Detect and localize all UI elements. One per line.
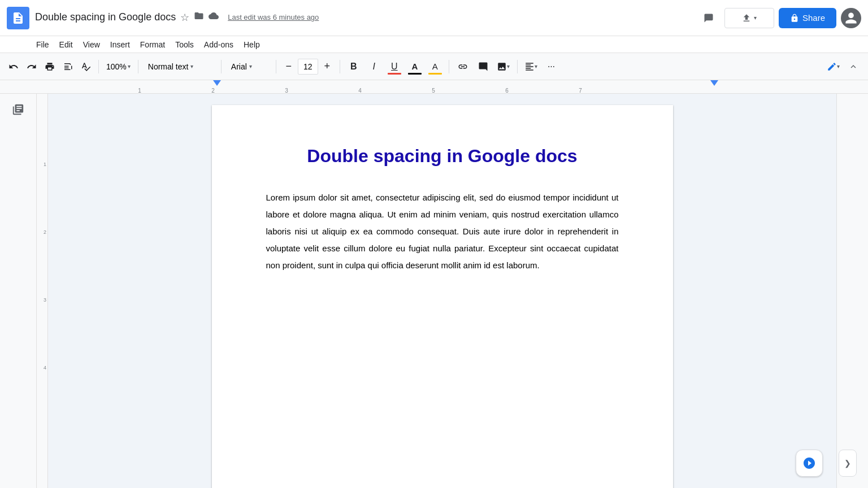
- main-area: 1 2 3 4 Double spacing in Google docs Lo…: [0, 94, 868, 488]
- bold-button[interactable]: B: [345, 58, 363, 76]
- menu-item-add-ons[interactable]: Add-ons: [199, 39, 238, 50]
- paint-format-button[interactable]: [60, 58, 76, 76]
- ai-assistant-button[interactable]: [796, 450, 823, 477]
- underline-label: U: [391, 62, 398, 72]
- title-area: Double spacing in Google docs ☆ Last edi…: [35, 11, 686, 25]
- top-bar: Double spacing in Google docs ☆ Last edi…: [0, 0, 868, 36]
- italic-button[interactable]: I: [365, 58, 383, 76]
- spellcheck-button[interactable]: [78, 58, 94, 76]
- header-actions: ▾ Share: [697, 7, 861, 29]
- highlight-container: A: [426, 58, 444, 76]
- alignment-chevron: ▾: [535, 63, 537, 69]
- edit-mode-actions: ▾: [824, 58, 862, 76]
- ruler-mark-7: 7: [579, 88, 582, 94]
- document-title[interactable]: Double spacing in Google docs: [35, 11, 176, 23]
- alignment-button[interactable]: ▾: [522, 58, 540, 76]
- more-icon: ⋯: [548, 62, 555, 71]
- menu-item-tools[interactable]: Tools: [171, 39, 198, 50]
- menu-items: FileEditViewInsertFormatToolsAdd-onsHelp: [32, 39, 264, 50]
- highlight-color-bar: [428, 73, 442, 75]
- font-chevron: ▾: [249, 63, 252, 69]
- v-ruler-mark-3: 3: [44, 297, 46, 303]
- font-selector[interactable]: Arial ▾: [226, 58, 271, 76]
- collapse-toolbar-button[interactable]: [844, 58, 862, 76]
- text-color-label: A: [411, 62, 418, 71]
- toolbar: 100% ▾ Normal text ▾ Arial ▾ − 12 + B I …: [0, 53, 868, 80]
- menu-item-edit[interactable]: Edit: [55, 39, 77, 50]
- right-sidebar: [836, 94, 868, 488]
- ruler-mark-4: 4: [358, 88, 362, 94]
- v-ruler-mark-2: 2: [44, 229, 46, 235]
- more-options-button[interactable]: ⋯: [542, 58, 561, 76]
- divider-3: [221, 60, 222, 73]
- zoom-value: 100%: [106, 62, 127, 71]
- insert-image-button[interactable]: ▾: [494, 58, 513, 76]
- star-icon[interactable]: ☆: [180, 11, 189, 24]
- v-ruler-mark-4: 4: [44, 365, 46, 371]
- italic-label: I: [373, 62, 375, 72]
- font-size-control: − 12 +: [281, 59, 335, 75]
- ruler-inner: 1 2 3 4 5 6 7: [66, 80, 688, 94]
- document-canvas[interactable]: Double spacing in Google docs Lorem ipsu…: [48, 94, 836, 488]
- redo-button[interactable]: [24, 58, 40, 76]
- menu-item-format[interactable]: Format: [136, 39, 170, 50]
- text-color-bar: [408, 73, 422, 75]
- publish-button[interactable]: ▾: [724, 8, 774, 28]
- folder-icon[interactable]: [194, 11, 204, 24]
- divider-2: [138, 60, 138, 73]
- font-size-increase[interactable]: +: [319, 59, 335, 75]
- horizontal-ruler: 1 2 3 4 5 6 7: [0, 80, 868, 94]
- document-outline-button[interactable]: [8, 99, 28, 120]
- share-button[interactable]: Share: [779, 8, 836, 28]
- vertical-ruler: 1 2 3 4: [37, 94, 48, 488]
- menu-item-file[interactable]: File: [32, 39, 54, 50]
- divider-7: [517, 60, 518, 73]
- left-sidebar: [0, 94, 37, 488]
- zoom-chevron: ▾: [128, 63, 131, 69]
- highlight-label: A: [432, 62, 438, 71]
- right-margin-marker[interactable]: [710, 80, 718, 86]
- cloud-save-icon[interactable]: [209, 11, 219, 24]
- divider-5: [340, 60, 340, 73]
- undo-button[interactable]: [6, 58, 21, 76]
- publish-chevron: ▾: [754, 15, 757, 21]
- edit-mode-chevron: ▾: [837, 63, 840, 69]
- underline-container: U: [385, 58, 403, 76]
- docs-logo: [7, 7, 29, 29]
- text-style-selector[interactable]: Normal text ▾: [143, 58, 216, 76]
- document-body[interactable]: Lorem ipsum dolor sit amet, consectetur …: [266, 189, 619, 274]
- document-heading[interactable]: Double spacing in Google docs: [266, 146, 619, 167]
- insert-link-button[interactable]: [454, 58, 472, 76]
- ruler-mark-1: 1: [138, 88, 141, 94]
- edit-mode-button[interactable]: ▾: [824, 58, 842, 76]
- text-color-container: A: [406, 58, 424, 76]
- print-button[interactable]: [42, 58, 58, 76]
- menu-item-insert[interactable]: Insert: [106, 39, 134, 50]
- menu-item-help[interactable]: Help: [239, 39, 264, 50]
- zoom-selector[interactable]: 100% ▾: [103, 58, 133, 76]
- toggle-icon: ❯: [844, 459, 851, 468]
- divider-4: [276, 60, 276, 73]
- ruler-mark-3: 3: [285, 88, 288, 94]
- ruler-mark-6: 6: [505, 88, 509, 94]
- comments-button[interactable]: [697, 7, 720, 29]
- image-chevron: ▾: [507, 63, 510, 69]
- document-page[interactable]: Double spacing in Google docs Lorem ipsu…: [212, 105, 673, 488]
- insert-comment-button[interactable]: [474, 58, 492, 76]
- font-size-decrease[interactable]: −: [281, 59, 297, 75]
- v-ruler-mark-1: 1: [44, 162, 46, 167]
- menu-row: FileEditViewInsertFormatToolsAdd-onsHelp: [0, 36, 868, 53]
- menu-item-view[interactable]: View: [79, 39, 105, 50]
- font-value: Arial: [231, 62, 247, 71]
- divider-1: [98, 60, 99, 73]
- side-panel-toggle[interactable]: ❯: [839, 450, 857, 477]
- font-size-value[interactable]: 12: [298, 59, 318, 75]
- style-value: Normal text: [148, 62, 189, 71]
- user-avatar[interactable]: [841, 8, 861, 28]
- share-label: Share: [802, 13, 825, 23]
- divider-6: [449, 60, 449, 73]
- ruler-mark-5: 5: [432, 88, 435, 94]
- doc-title-row: Double spacing in Google docs ☆ Last edi…: [35, 11, 686, 24]
- left-margin-marker[interactable]: [213, 80, 221, 86]
- underline-color-bar: [388, 73, 401, 75]
